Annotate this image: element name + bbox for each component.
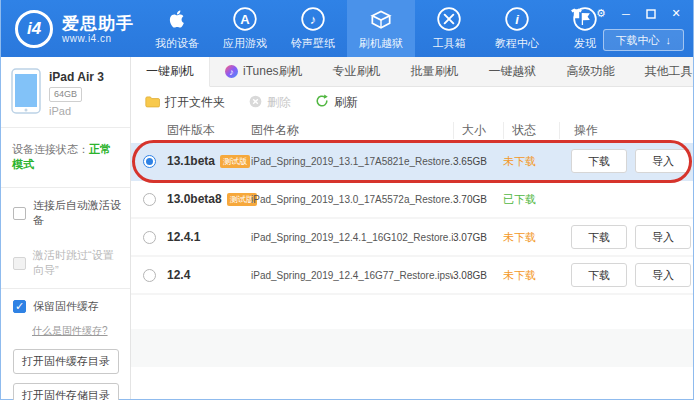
radio-icon[interactable] — [143, 193, 156, 206]
maximize-icon[interactable] — [644, 7, 658, 20]
header-size: 大小 — [453, 122, 503, 139]
nav-item-apps-games[interactable]: A 应用游戏 — [211, 0, 279, 57]
radio-selected-icon[interactable] — [143, 155, 156, 168]
tab-itunes-flash[interactable]: ♪ iTunes刷机 — [210, 57, 318, 86]
firmware-filename: iPad_Spring_2019_12.4.1_16G102_Restore.i… — [251, 232, 453, 243]
firmware-version: 13.0beta8 — [167, 192, 222, 206]
option-label: 保留固件缓存 — [33, 299, 99, 314]
option-label: 激活时跳过“设置向导” — [33, 248, 124, 278]
nav-label: 教程中心 — [495, 36, 539, 51]
nav-label: 工具箱 — [433, 36, 466, 51]
firmware-cache-section: 保留固件缓存 什么是固件缓存? 打开固件缓存目录 打开固件存储目录 — [1, 288, 130, 400]
table-header: 固件版本 固件名称 大小 状态 操作 — [131, 118, 693, 143]
nav-item-tutorials[interactable]: i 教程中心 — [483, 0, 551, 57]
nav-label: 铃声壁纸 — [291, 36, 335, 51]
firmware-row-13-1beta[interactable]: 13.1beta测试版 iPad_Spring_2019_13.1_17A582… — [131, 143, 693, 181]
firmware-row-13-0beta8[interactable]: 13.0beta8测试版 iPad_Spring_2019_13.0_17A55… — [131, 181, 693, 219]
nav-label: 我的设备 — [155, 36, 199, 51]
header-firmware-version: 固件版本 — [167, 122, 251, 139]
tab-pro-flash[interactable]: 专业刷机 — [318, 57, 396, 86]
tab-other-tools[interactable]: 其他工具 — [630, 57, 694, 86]
i4-logo-icon: i4 — [15, 10, 53, 48]
status-badge: 已下载 — [503, 192, 559, 207]
brand-name: 爱思助手 — [62, 14, 134, 33]
import-button[interactable]: 导入 — [635, 225, 691, 249]
close-icon[interactable]: ✕ — [669, 7, 683, 20]
tab-label: 其他工具 — [645, 63, 693, 80]
firmware-row-12-4[interactable]: 12.4 iPad_Spring_2019_12.4_16G77_Restore… — [131, 257, 693, 295]
download-center-label: 下载中心 — [616, 33, 660, 48]
header-actions: 操作 — [559, 122, 693, 139]
radio-icon[interactable] — [143, 231, 156, 244]
option-skip-setup-wizard[interactable]: 激活时跳过“设置向导” — [1, 238, 130, 288]
tool-label: 打开文件夹 — [165, 94, 225, 111]
top-navbar: i4 爱思助手 www.i4.cn 我的设备 A 应用游戏 ♪ — [1, 0, 693, 57]
nav-item-my-devices[interactable]: 我的设备 — [143, 0, 211, 57]
brand-logo: i4 爱思助手 www.i4.cn — [1, 0, 143, 57]
tab-advanced-features[interactable]: 高级功能 — [552, 57, 630, 86]
download-arrow-icon: ↓ — [666, 34, 672, 46]
firmware-version: 12.4.1 — [167, 230, 200, 244]
status-badge: 未下载 — [503, 230, 559, 245]
settings-gear-icon[interactable]: ⚙ — [594, 7, 608, 20]
svg-text:i: i — [515, 12, 519, 27]
firmware-size: 3.65GB — [453, 156, 503, 167]
header-status: 状态 — [503, 122, 559, 139]
brand-site: www.i4.cn — [62, 33, 134, 44]
tool-label: 删除 — [267, 94, 291, 111]
toolbar: 打开文件夹 删除 刷新 — [131, 87, 693, 118]
nav-item-ringtones-wallpapers[interactable]: ♪ 铃声壁纸 — [279, 0, 347, 57]
checkbox-checked-icon[interactable] — [13, 300, 26, 313]
nav-label: 刷机越狱 — [359, 36, 403, 51]
main-panel: 一键刷机 ♪ iTunes刷机 专业刷机 批量刷机 一键越狱 高级功能 其他工具… — [131, 57, 693, 399]
what-is-firmware-cache-link[interactable]: 什么是固件缓存? — [32, 324, 108, 338]
radio-icon[interactable] — [143, 269, 156, 282]
delete-button[interactable]: 删除 — [249, 94, 291, 111]
tab-one-click-jailbreak[interactable]: 一键越狱 — [474, 57, 552, 86]
download-button[interactable]: 下载 — [571, 263, 627, 287]
appstore-icon: A — [232, 6, 258, 32]
firmware-size: 3.08GB — [453, 270, 503, 281]
firmware-size: 3.07GB — [453, 232, 503, 243]
header-firmware-name: 固件名称 — [251, 122, 453, 139]
nav-item-toolbox[interactable]: 工具箱 — [415, 0, 483, 57]
download-center-button[interactable]: 下载中心 ↓ — [603, 29, 685, 51]
connection-label: 设备连接状态： — [12, 143, 89, 155]
firmware-size: 3.70GB — [453, 194, 503, 205]
option-auto-activate[interactable]: 连接后自动激活设备 — [1, 188, 130, 238]
minimize-icon[interactable]: ─ — [619, 7, 633, 20]
connection-status: 设备连接状态：正常模式 — [1, 127, 130, 187]
svg-text:♪: ♪ — [310, 12, 317, 27]
itunes-icon: ♪ — [225, 65, 238, 78]
firmware-version: 12.4 — [167, 268, 190, 282]
tab-one-click-flash[interactable]: 一键刷机 — [131, 57, 210, 87]
window-controls: ⚙ ─ ✕ — [569, 7, 683, 20]
firmware-filename: iPad_Spring_2019_13.0_17A5572a_Restore.i… — [251, 194, 453, 205]
open-folder-button[interactable]: 打开文件夹 — [145, 94, 225, 111]
firmware-filename: iPad_Spring_2019_12.4_16G77_Restore.ipsw — [251, 270, 453, 281]
ipad-device-icon — [11, 68, 41, 116]
import-button[interactable]: 导入 — [635, 263, 691, 287]
refresh-icon — [315, 94, 329, 111]
option-keep-firmware-cache[interactable]: 保留固件缓存 — [1, 289, 130, 324]
device-name: iPad Air 3 — [49, 70, 104, 84]
theme-shirt-icon[interactable] — [569, 7, 583, 20]
open-firmware-storage-dir-button[interactable]: 打开固件存储目录 — [13, 383, 119, 400]
info-icon: i — [504, 6, 530, 32]
nav-label: 应用游戏 — [223, 36, 267, 51]
checkbox-icon[interactable] — [13, 207, 26, 220]
ringtone-icon: ♪ — [300, 6, 326, 32]
tab-batch-flash[interactable]: 批量刷机 — [396, 57, 474, 86]
import-button[interactable]: 导入 — [635, 149, 691, 173]
nav-item-flash-jailbreak[interactable]: 刷机越狱 — [347, 0, 415, 57]
refresh-button[interactable]: 刷新 — [315, 94, 358, 111]
download-button[interactable]: 下载 — [571, 149, 627, 173]
tools-icon — [436, 6, 462, 32]
tab-label: iTunes刷机 — [243, 63, 303, 80]
firmware-row-12-4-1[interactable]: 12.4.1 iPad_Spring_2019_12.4.1_16G102_Re… — [131, 219, 693, 257]
package-icon — [368, 6, 394, 32]
apple-icon — [164, 6, 190, 32]
tab-label: 一键刷机 — [146, 63, 194, 80]
download-button[interactable]: 下载 — [571, 225, 627, 249]
open-firmware-cache-dir-button[interactable]: 打开固件缓存目录 — [13, 349, 119, 374]
